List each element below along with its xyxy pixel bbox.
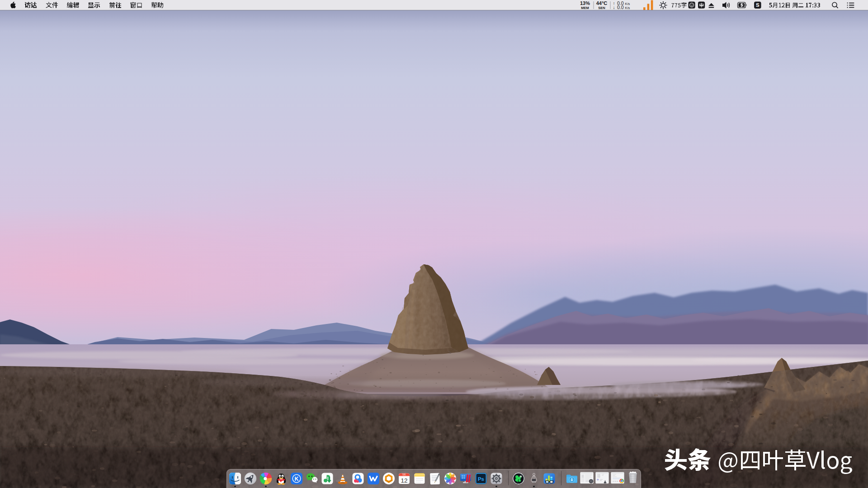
svg-text:MEM: MEM: [581, 6, 589, 10]
svg-text:Ps: Ps: [478, 476, 484, 482]
svg-text:44°C: 44°C: [596, 0, 608, 6]
svg-text:SEN: SEN: [598, 6, 605, 10]
svg-text:↓: ↓: [613, 5, 615, 10]
svg-text:13%: 13%: [580, 0, 590, 6]
svg-text:12: 12: [401, 477, 407, 484]
svg-text:S: S: [756, 2, 760, 8]
svg-text:K: K: [294, 476, 298, 482]
